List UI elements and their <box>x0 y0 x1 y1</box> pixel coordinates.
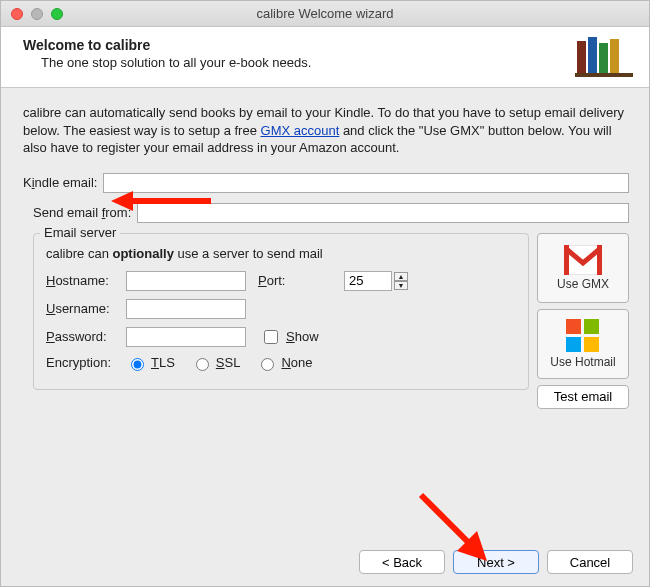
gmx-account-link[interactable]: GMX account <box>261 123 340 138</box>
svg-line-14 <box>421 495 475 549</box>
use-gmx-button[interactable]: Use GMX <box>537 233 629 303</box>
kindle-email-input[interactable] <box>103 173 629 193</box>
cancel-button[interactable]: Cancel <box>547 550 633 574</box>
svg-rect-7 <box>597 245 602 275</box>
email-server-fieldset: Email server calibre can optionally use … <box>33 233 529 390</box>
svg-rect-3 <box>610 39 619 73</box>
use-hotmail-label: Use Hotmail <box>550 355 615 369</box>
gmail-icon <box>564 245 602 275</box>
windows-icon <box>566 319 600 353</box>
show-password-label: Show <box>286 329 319 344</box>
encryption-none-label: None <box>281 355 312 370</box>
port-step-down[interactable]: ▼ <box>394 281 408 290</box>
encryption-label: Encryption: <box>46 355 126 370</box>
send-from-input[interactable] <box>137 203 629 223</box>
calibre-logo <box>575 37 633 77</box>
encryption-ssl-label: SSL <box>216 355 241 370</box>
svg-rect-10 <box>566 337 581 352</box>
use-gmx-label: Use GMX <box>557 277 609 291</box>
show-password-checkbox[interactable] <box>264 330 278 344</box>
hostname-input[interactable] <box>126 271 246 291</box>
username-input[interactable] <box>126 299 246 319</box>
svg-rect-2 <box>599 43 608 73</box>
hostname-label: Hostname: <box>46 273 126 288</box>
page-title: Welcome to calibre <box>23 37 575 53</box>
password-input[interactable] <box>126 327 246 347</box>
svg-rect-8 <box>566 319 581 334</box>
window-title: calibre Welcome wizard <box>1 6 649 21</box>
server-note: calibre can optionally use a server to s… <box>46 246 516 261</box>
svg-rect-9 <box>584 319 599 334</box>
encryption-tls-radio[interactable] <box>131 358 144 371</box>
wizard-header: Welcome to calibre The one stop solution… <box>1 27 649 88</box>
intro-text: calibre can automatically send books by … <box>23 104 629 157</box>
encryption-ssl-radio[interactable] <box>196 358 209 371</box>
titlebar: calibre Welcome wizard <box>1 1 649 27</box>
encryption-tls-label: TLS <box>151 355 175 370</box>
port-input[interactable] <box>344 271 392 291</box>
svg-rect-0 <box>577 41 586 73</box>
use-hotmail-button[interactable]: Use Hotmail <box>537 309 629 379</box>
back-button[interactable]: < Back <box>359 550 445 574</box>
email-server-legend: Email server <box>40 225 120 240</box>
username-label: Username: <box>46 301 126 316</box>
password-label: Password: <box>46 329 126 344</box>
port-label: Port: <box>258 273 338 288</box>
wizard-footer: < Back Next > Cancel <box>359 550 633 574</box>
test-email-button[interactable]: Test email <box>537 385 629 409</box>
send-from-label: Send email from: <box>33 205 131 220</box>
svg-rect-11 <box>584 337 599 352</box>
svg-rect-6 <box>564 245 569 275</box>
next-button[interactable]: Next > <box>453 550 539 574</box>
svg-rect-4 <box>575 73 633 77</box>
kindle-email-label: Kindle email: <box>23 175 97 190</box>
svg-rect-1 <box>588 37 597 73</box>
port-step-up[interactable]: ▲ <box>394 272 408 281</box>
page-subtitle: The one stop solution to all your e-book… <box>41 55 575 70</box>
encryption-none-radio[interactable] <box>261 358 274 371</box>
